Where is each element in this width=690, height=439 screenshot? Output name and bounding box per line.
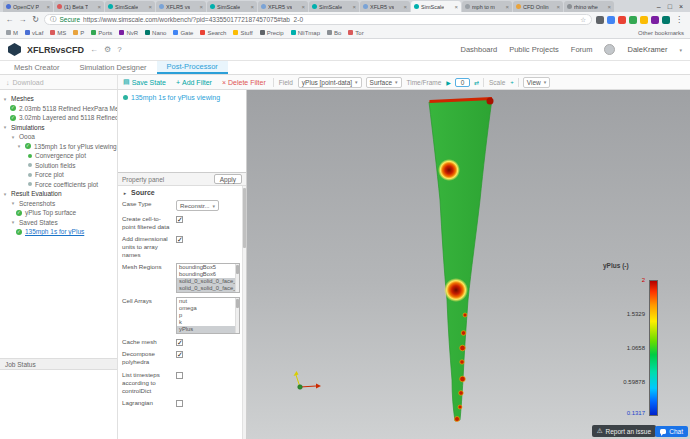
bookmark-item[interactable]: Gate xyxy=(173,30,193,36)
expand-arrow-icon[interactable]: ▾ xyxy=(10,134,16,140)
help-icon[interactable]: ? xyxy=(117,45,121,54)
browser-tab[interactable]: CFD Onlin× xyxy=(513,1,563,12)
maximize-button[interactable]: □ xyxy=(668,3,672,10)
decompose-polyhedra-checkbox[interactable] xyxy=(176,351,183,358)
tree-section-meshes[interactable]: ▾Meshes xyxy=(0,94,117,104)
field-select[interactable]: yPlus [point-data] ▾ xyxy=(298,77,362,88)
tab-simulation-designer[interactable]: Simulation Designer xyxy=(69,61,156,74)
gear-icon[interactable]: ⚙ xyxy=(104,45,111,54)
tab-close-icon[interactable]: × xyxy=(46,4,50,10)
extension-icon[interactable] xyxy=(629,16,637,24)
expand-arrow-icon[interactable]: ▾ xyxy=(2,191,8,197)
tab-close-icon[interactable]: × xyxy=(199,4,203,10)
view-select[interactable]: View ▾ xyxy=(523,77,551,88)
tree-item-simulation-run[interactable]: ▾✓135mph 1s for yPlus viewing xyxy=(0,142,117,152)
avatar[interactable] xyxy=(604,44,615,55)
tree-item-mesh-1[interactable]: ✓2.03mb 5118 Refined HexPara Mesh 1 xyxy=(0,104,117,114)
tree-item-solution-fields[interactable]: Solution fields xyxy=(0,161,117,171)
scrollbar-thumb[interactable] xyxy=(236,265,239,274)
lagrangian-checkbox[interactable] xyxy=(176,400,183,407)
tree-item-mesh-2[interactable]: ✓3.02mb Layered and 5118 Refined HexPa..… xyxy=(0,113,117,123)
list-option-selected[interactable]: yPlus xyxy=(177,326,235,333)
tab-close-icon[interactable]: × xyxy=(403,4,407,10)
play-icon[interactable]: ▶ xyxy=(444,79,453,86)
case-type-select[interactable]: Reconstr... ▾ xyxy=(176,200,219,211)
job-status-header[interactable]: Job Status xyxy=(0,358,117,370)
tree-item-screenshots[interactable]: ▾Screenshots xyxy=(0,199,117,209)
source-section[interactable]: ▸ Source xyxy=(118,186,246,198)
extension-icon[interactable] xyxy=(640,16,648,24)
bookmark-item[interactable]: Precip xyxy=(260,30,284,36)
tab-close-icon[interactable]: × xyxy=(607,4,611,10)
bookmark-item[interactable]: Ports xyxy=(91,30,112,36)
expand-arrow-icon[interactable]: ▾ xyxy=(16,143,22,149)
cell-to-point-checkbox[interactable] xyxy=(176,216,183,223)
apply-button[interactable]: Apply xyxy=(214,174,242,184)
browser-menu-icon[interactable]: ⋮ xyxy=(673,15,685,24)
breadcrumb[interactable]: 135mph 1s for yPlus viewing xyxy=(118,90,246,101)
info-icon[interactable]: ⓘ xyxy=(50,15,57,24)
extension-icon[interactable] xyxy=(662,16,670,24)
extension-icon[interactable] xyxy=(618,16,626,24)
minimize-button[interactable]: – xyxy=(657,3,661,10)
chat-button[interactable]: Chat xyxy=(655,426,688,437)
browser-tab[interactable]: rhino whe× xyxy=(564,1,614,12)
bookmark-item[interactable]: Tor xyxy=(348,30,363,36)
dimensional-units-checkbox[interactable] xyxy=(176,236,183,243)
tree-item-saved-state-yplus[interactable]: ✓135mph 1s for yPlus xyxy=(0,227,117,237)
list-option-selected[interactable]: solid_0_solid_0_face_16 xyxy=(177,285,235,292)
scale-increase-icon[interactable]: + xyxy=(508,79,516,85)
property-panel-scrollbar[interactable] xyxy=(242,186,246,439)
list-option[interactable]: boundingBox5 xyxy=(177,264,235,271)
list-option[interactable]: nut xyxy=(177,298,235,305)
list-option[interactable]: boundingBox6 xyxy=(177,271,235,278)
tab-mesh-creator[interactable]: Mesh Creator xyxy=(4,61,69,74)
browser-tab[interactable]: SimScale× xyxy=(309,1,359,12)
mesh-regions-list[interactable]: boundingBox5 boundingBox6 solid_0_solid_… xyxy=(176,263,240,293)
tree-item-force-plot[interactable]: Force plot xyxy=(0,170,117,180)
extension-icon[interactable] xyxy=(651,16,659,24)
browser-tab-active[interactable]: SimScale× xyxy=(411,1,461,12)
tab-close-icon[interactable]: × xyxy=(556,4,560,10)
loop-icon[interactable]: ⇄ xyxy=(472,79,481,86)
extension-icon[interactable] xyxy=(596,16,604,24)
bookmark-item[interactable]: M xyxy=(6,30,18,36)
bookmark-item[interactable]: NliTmap xyxy=(291,30,320,36)
cell-arrays-list[interactable]: nut omega p k yPlus xyxy=(176,297,240,334)
tree-section-result-evaluation[interactable]: ▾Result Evaluation xyxy=(0,189,117,199)
tab-close-icon[interactable]: × xyxy=(148,4,152,10)
browser-tab[interactable]: mph to m× xyxy=(462,1,512,12)
nav-public-projects[interactable]: Public Projects xyxy=(509,45,559,54)
nav-dashboard[interactable]: Dashboard xyxy=(460,45,497,54)
tab-close-icon[interactable]: × xyxy=(505,4,509,10)
browser-tab[interactable]: (1) Beta T× xyxy=(54,1,104,12)
expand-arrow-icon[interactable]: ▾ xyxy=(10,200,16,206)
bookmark-item[interactable]: Search xyxy=(200,30,226,36)
browser-tab[interactable]: SimScale× xyxy=(207,1,257,12)
chevron-down-icon[interactable]: ▾ xyxy=(679,47,682,53)
add-filter-button[interactable]: + Add Filter xyxy=(171,75,217,89)
report-issue-button[interactable]: ⚠ Report an issue xyxy=(592,425,656,437)
forward-icon[interactable]: → xyxy=(18,15,27,24)
browser-tab[interactable]: XFLR5 vs× xyxy=(360,1,410,12)
list-scrollbar[interactable] xyxy=(235,264,239,292)
bookmark-item[interactable]: Stuff xyxy=(233,30,252,36)
browser-tab[interactable]: SimScale× xyxy=(105,1,155,12)
time-frame-input[interactable]: 0 xyxy=(455,78,470,87)
bookmark-item[interactable]: MS xyxy=(50,30,66,36)
bookmark-item[interactable]: P xyxy=(73,30,84,36)
tree-item-force-coefficients-plot[interactable]: Force coefficients plot xyxy=(0,180,117,190)
browser-tab[interactable]: OpenCV P× xyxy=(3,1,53,12)
expand-arrow-icon[interactable]: ▾ xyxy=(10,219,16,225)
save-state-button[interactable]: ▤ Save State xyxy=(118,75,171,89)
representation-select[interactable]: Surface ▾ xyxy=(366,77,402,88)
bookmark-item[interactable]: vLaf xyxy=(25,30,43,36)
tab-close-icon[interactable]: × xyxy=(454,4,458,10)
back-icon[interactable]: ← xyxy=(5,15,14,24)
bookmark-item[interactable]: Nano xyxy=(145,30,166,36)
list-timesteps-checkbox[interactable] xyxy=(176,372,183,379)
nav-forum[interactable]: Forum xyxy=(571,45,593,54)
list-option-selected[interactable]: solid_0_solid_0_face_9 xyxy=(177,278,235,285)
list-scrollbar[interactable] xyxy=(235,298,239,333)
share-icon[interactable]: ← xyxy=(90,45,98,54)
